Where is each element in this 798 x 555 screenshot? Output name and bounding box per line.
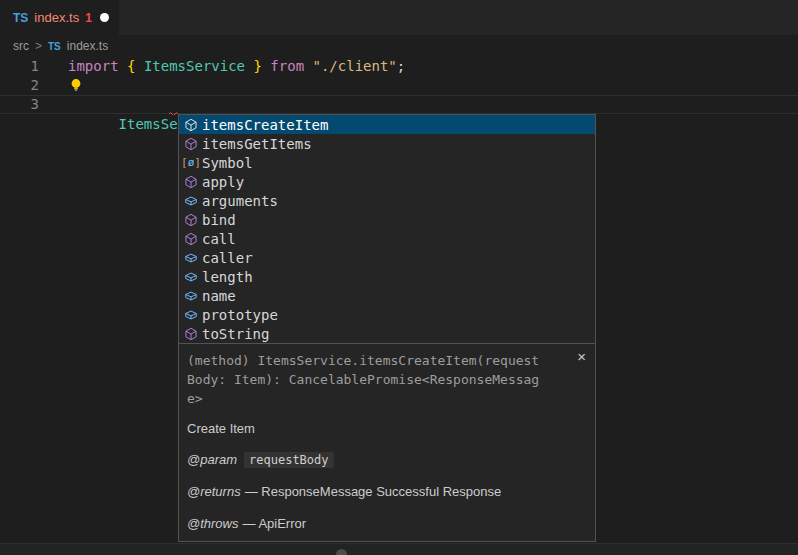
close-icon[interactable]: × — [577, 349, 586, 364]
code-line-2[interactable]: 2 — [0, 76, 798, 95]
suggest-item-apply[interactable]: apply — [179, 172, 595, 191]
suggest-item-name[interactable]: name — [179, 286, 595, 305]
suggest-item-label: length — [202, 269, 253, 285]
field-cube-icon — [183, 193, 199, 209]
code-token: ; — [397, 58, 405, 74]
chevron-right-icon: > — [35, 39, 42, 53]
code-line-1[interactable]: 1 import { ItemsService } from "./client… — [0, 57, 798, 76]
method-cube-icon — [183, 212, 199, 228]
intellisense-suggest-widget: itemsCreateItem itemsGetItems [ø] Symbol… — [178, 114, 596, 542]
suggest-item-arguments[interactable]: arguments — [179, 191, 595, 210]
doc-throws-row: @throws— ApiError — [187, 516, 587, 532]
suggest-item-length[interactable]: length — [179, 267, 595, 286]
tab-index-ts[interactable]: TS index.ts 1 — [0, 0, 119, 35]
breadcrumb-file[interactable]: index.ts — [67, 39, 108, 53]
method-cube-icon — [183, 326, 199, 342]
suggest-item-toString[interactable]: toString — [179, 324, 595, 343]
suggest-item-label: toString — [202, 326, 269, 342]
typescript-file-icon: TS — [13, 11, 28, 25]
lightbulb-icon[interactable] — [68, 77, 84, 93]
method-signature: (method) ItemsService.itemsCreateItem(re… — [187, 351, 543, 408]
doc-description: Create Item — [187, 421, 587, 436]
code-token: } — [253, 58, 261, 74]
code-token: "./client" — [313, 58, 397, 74]
method-cube-icon — [183, 174, 199, 190]
suggest-item-label: bind — [202, 212, 236, 228]
suggest-item-Symbol[interactable]: [ø] Symbol — [179, 153, 595, 172]
code-line-3-current[interactable]: 3 ItemsService. — [0, 95, 798, 114]
method-cube-icon — [183, 231, 199, 247]
code-text: import { ItemsService } from "./client"; — [68, 58, 405, 74]
suggest-item-label: Symbol — [202, 155, 253, 171]
doc-param-row: @paramrequestBody — [187, 452, 587, 468]
returns-tag-label: @returns — [187, 484, 241, 499]
suggest-item-label: itemsCreateItem — [202, 117, 328, 133]
suggest-item-label: call — [202, 231, 236, 247]
throws-tag-label: @throws — [187, 516, 239, 531]
line-number: 2 — [0, 76, 44, 95]
bottom-divider — [0, 543, 798, 555]
suggest-item-caller[interactable]: caller — [179, 248, 595, 267]
tab-filename: index.ts — [34, 10, 79, 25]
field-cube-icon — [183, 307, 199, 323]
param-tag-label: @param — [187, 452, 237, 467]
returns-text: — ResponseMessage Successful Response — [245, 484, 502, 499]
breadcrumb-folder[interactable]: src — [13, 39, 29, 53]
method-cube-icon — [183, 136, 199, 152]
doc-returns-row: @returns— ResponseMessage Successful Res… — [187, 484, 587, 500]
code-token — [304, 58, 312, 74]
suggest-item-label: prototype — [202, 307, 278, 323]
tab-bar: TS index.ts 1 — [0, 0, 798, 35]
typescript-file-icon: TS — [48, 41, 61, 52]
code-token: import — [68, 58, 127, 74]
throws-text: — ApiError — [243, 516, 307, 531]
suggest-item-label: arguments — [202, 193, 278, 209]
suggest-item-itemsGetItems[interactable]: itemsGetItems — [179, 134, 595, 153]
suggest-item-prototype[interactable]: prototype — [179, 305, 595, 324]
code-token: ItemsService — [135, 58, 253, 74]
suggest-item-itemsCreateItem[interactable]: itemsCreateItem — [179, 115, 595, 134]
code-editor[interactable]: 1 import { ItemsService } from "./client… — [0, 57, 798, 114]
method-cube-icon — [183, 117, 199, 133]
unsaved-changes-dot-icon[interactable] — [100, 13, 109, 22]
suggest-list[interactable]: itemsCreateItem itemsGetItems [ø] Symbol… — [179, 115, 595, 343]
variable-icon: [ø] — [183, 155, 199, 171]
suggest-item-bind[interactable]: bind — [179, 210, 595, 229]
line-number: 1 — [0, 57, 44, 76]
suggest-item-label: itemsGetItems — [202, 136, 312, 152]
field-cube-icon — [183, 269, 199, 285]
suggest-item-label: apply — [202, 174, 244, 190]
suggest-item-label: caller — [202, 250, 253, 266]
code-token: from — [270, 58, 304, 74]
breadcrumb: src > TS index.ts — [0, 35, 798, 57]
field-cube-icon — [183, 288, 199, 304]
tab-error-count-badge: 1 — [85, 11, 92, 25]
vscode-editor-window: { "tab": { "icon": "TS", "filename": "in… — [0, 0, 798, 555]
suggest-item-call[interactable]: call — [179, 229, 595, 248]
suggest-docs-panel: × (method) ItemsService.itemsCreateItem(… — [179, 343, 595, 541]
param-name-chip: requestBody — [244, 452, 333, 468]
suggest-item-label: name — [202, 288, 236, 304]
line-number: 3 — [0, 95, 44, 114]
decoration-dot — [336, 549, 347, 555]
field-cube-icon — [183, 250, 199, 266]
